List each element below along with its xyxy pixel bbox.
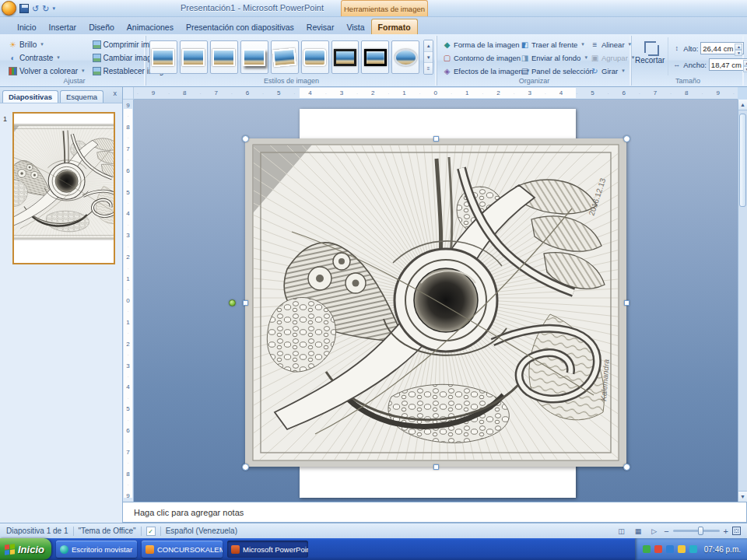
abstract-drawing-svg: 2016.12.13 Kalemandra — [245, 138, 626, 467]
pane-close-button[interactable]: x — [111, 89, 120, 97]
gallery-scroll-up[interactable]: ▲ — [424, 40, 433, 52]
zoom-slider-thumb[interactable] — [698, 527, 703, 535]
slide-canvas[interactable]: 2016.12.13 Kalemandra — [134, 100, 738, 502]
gallery-more-button[interactable]: ≡ — [424, 63, 433, 74]
selection-handle-top-right[interactable] — [623, 135, 630, 142]
selection-handle-bottom-right[interactable] — [623, 464, 630, 471]
abstract-drawing-svg: 2016.12.13 Kalemandra — [12, 124, 115, 240]
language-status[interactable]: Español (Venezuela) — [166, 527, 237, 535]
picture-style-thumb[interactable] — [301, 40, 329, 74]
ruler-corner — [123, 87, 134, 100]
picture-style-thumb[interactable] — [271, 40, 299, 74]
selection-pane-button[interactable]: ▤Panel de selección — [518, 65, 587, 77]
zoom-slider[interactable] — [673, 530, 720, 532]
slide-thumbnail[interactable]: 2016.12.13 Kalemandra — [12, 112, 115, 264]
width-icon: ↔ — [672, 61, 681, 69]
abstract-drawing: 2016.12.13 Kalemandra — [12, 124, 115, 240]
tray-icon[interactable] — [643, 545, 651, 553]
ribbon-tab-row: Inicio Insertar Diseño Animaciones Prese… — [0, 17, 747, 34]
brightness-button[interactable]: ☀Brillo — [6, 38, 87, 51]
folder-icon — [146, 545, 154, 554]
selection-handle-top[interactable] — [433, 136, 439, 142]
picture-style-thumb[interactable] — [361, 40, 389, 74]
zoom-out-button[interactable]: − — [664, 527, 668, 535]
vertical-ruler[interactable]: 9·8·7·6·5·4·3·2·1·0·1·2·3·4·5·6·7·8·9 — [123, 100, 134, 502]
width-field[interactable]: 18,47 cm ▲▼ — [709, 58, 747, 71]
horizontal-ruler[interactable]: ·9·8·7·6·5·4·3·2·1·0·1·2·3·4·5·6·7·8·9· — [134, 87, 738, 100]
redo-icon[interactable]: ↻ — [42, 2, 49, 16]
align-icon: ≡ — [591, 40, 599, 49]
tab-vista[interactable]: Vista — [340, 19, 370, 34]
scrollbar-thumb[interactable] — [739, 114, 746, 207]
height-field[interactable]: 26,44 cm ▲▼ — [700, 42, 744, 54]
recolor-button[interactable]: Volver a colorear — [6, 65, 87, 77]
slide-sorter-view-button[interactable]: ▦ — [632, 526, 645, 537]
tray-icon[interactable] — [666, 545, 674, 553]
tab-formato[interactable]: Formato — [371, 19, 418, 34]
picture-shape-button[interactable]: ◆Forma de la imagen — [440, 38, 517, 51]
group-ajustar: ☀Brillo ◐Contraste Volver a colorear Com… — [3, 36, 146, 86]
taskbar-item-concurso[interactable]: CONCURSOKALEMAN... — [142, 541, 223, 558]
group-button[interactable]: ▣Agrupar — [588, 51, 632, 64]
contrast-icon: ◐ — [9, 54, 17, 62]
group-tamano: Recortar ↕ Alto: 26,44 cm ▲▼ ↔ Ancho: 18… — [632, 36, 744, 86]
bring-to-front-button[interactable]: ◧Traer al frente — [518, 38, 587, 51]
tab-animaciones[interactable]: Animaciones — [121, 19, 180, 34]
clock: 07:46 p.m. — [704, 545, 741, 554]
tab-diapositivas[interactable]: Diapositivas — [2, 90, 58, 103]
align-button[interactable]: ≡Alinear — [588, 38, 632, 51]
tab-presentacion[interactable]: Presentación con diapositivas — [180, 19, 300, 34]
vertical-scrollbar[interactable]: ▲ ▼ — [738, 100, 747, 502]
selection-handle-bottom[interactable] — [433, 464, 439, 470]
fit-to-window-button[interactable] — [732, 527, 741, 535]
scroll-down-arrow[interactable]: ▼ — [738, 491, 747, 502]
send-to-back-icon: ◨ — [521, 54, 529, 62]
picture-border-button[interactable]: ▢Contorno de imagen — [440, 51, 517, 64]
selection-handle-right[interactable] — [624, 300, 630, 306]
crop-button[interactable]: Recortar — [635, 37, 665, 75]
start-button[interactable]: Inicio — [0, 538, 51, 560]
notes-pane[interactable]: Haga clic para agregar notas — [123, 502, 747, 523]
office-button[interactable] — [2, 1, 16, 16]
height-icon: ↕ — [672, 44, 681, 53]
picture-style-thumb[interactable] — [180, 40, 208, 74]
zoom-in-button[interactable]: + — [724, 527, 728, 535]
tray-icon[interactable] — [654, 545, 662, 553]
taskbar-item-escritorio-movistar[interactable]: Escritorio movistar — [56, 541, 137, 558]
tray-icon[interactable] — [689, 545, 697, 553]
picture-style-thumb[interactable] — [210, 40, 238, 74]
tab-inicio[interactable]: Inicio — [11, 19, 43, 34]
selection-handle-top-left[interactable] — [242, 135, 249, 142]
picture-style-thumb[interactable] — [240, 40, 268, 74]
contrast-button[interactable]: ◐Contraste — [6, 51, 87, 64]
width-stepper[interactable]: ▲▼ — [743, 60, 747, 69]
scroll-up-arrow[interactable]: ▲ — [738, 100, 747, 110]
save-icon[interactable] — [19, 4, 29, 13]
rotation-handle[interactable] — [229, 299, 236, 306]
taskbar-item-powerpoint[interactable]: Microsoft PowerPoint ... — [227, 541, 308, 558]
tray-icon[interactable] — [678, 545, 686, 553]
slideshow-view-button[interactable]: ▷ — [648, 526, 660, 537]
selection-handle-left[interactable] — [243, 300, 248, 306]
system-tray: 07:46 p.m. — [635, 538, 747, 560]
tab-insertar[interactable]: Insertar — [43, 19, 83, 34]
brightness-icon: ☀ — [9, 40, 17, 49]
qat-dropdown-icon[interactable]: ▾ — [52, 2, 55, 16]
picture-border-icon: ▢ — [443, 54, 451, 62]
send-to-back-button[interactable]: ◨Enviar al fondo — [518, 51, 587, 64]
normal-view-button[interactable]: ◫ — [615, 526, 628, 537]
undo-icon[interactable]: ↺ — [32, 2, 39, 16]
picture-style-thumb[interactable] — [391, 40, 419, 74]
tab-esquema[interactable]: Esquema — [60, 90, 103, 103]
height-stepper[interactable]: ▲▼ — [735, 44, 742, 53]
gallery-scroll-down[interactable]: ▼ — [424, 52, 433, 64]
picture-effects-button[interactable]: ◈Efectos de la imagen — [440, 65, 517, 77]
tab-revisar[interactable]: Revisar — [300, 19, 341, 34]
spelling-status-icon[interactable]: ✓ — [146, 527, 156, 536]
selection-handle-bottom-left[interactable] — [242, 464, 249, 471]
selected-picture[interactable]: 2016.12.13 Kalemandra — [245, 138, 626, 467]
picture-style-thumb[interactable] — [331, 40, 359, 74]
rotate-button[interactable]: ↻Girar — [588, 65, 632, 77]
tab-diseno[interactable]: Diseño — [82, 19, 121, 34]
picture-style-thumb[interactable] — [149, 40, 177, 74]
